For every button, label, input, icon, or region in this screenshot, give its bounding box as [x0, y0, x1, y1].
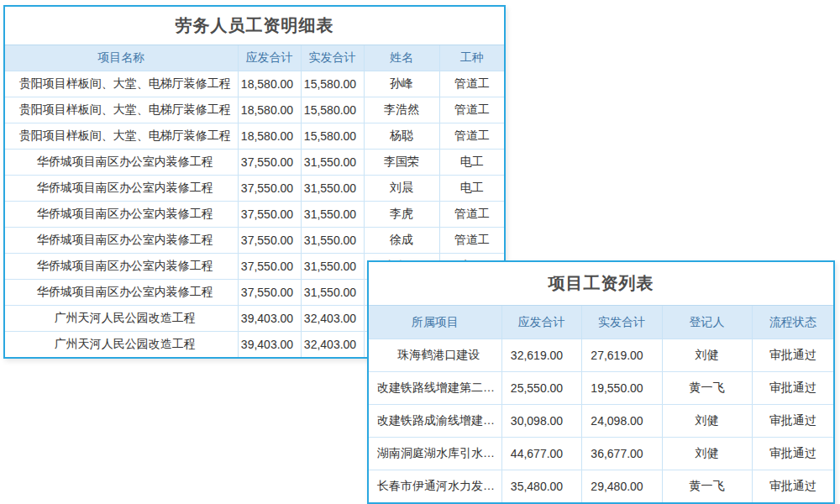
- payable-total-cell: 32,619.00: [501, 339, 581, 372]
- actual-total-cell: 29,480.00: [581, 470, 662, 503]
- project-link[interactable]: 广州天河人民公园改造工程: [5, 332, 238, 358]
- column-header: 实发合计: [301, 45, 364, 71]
- job-type-cell: 电工: [439, 150, 504, 176]
- column-header: 姓名: [364, 45, 439, 71]
- job-type-cell: 电工: [439, 176, 504, 202]
- table-row: 改建铁路线增建第二线...25,550.0019,550.00黄一飞审批通过: [369, 372, 833, 405]
- actual-total-cell: 31,550.00: [301, 254, 364, 280]
- actual-total-cell: 19,550.00: [581, 372, 662, 405]
- job-type-cell: 管道工: [439, 123, 504, 150]
- payable-total-cell: 30,098.00: [501, 405, 581, 438]
- project-link[interactable]: 华侨城项目南区办公室内装修工程: [5, 202, 238, 228]
- payable-total-cell: 25,550.00: [501, 372, 581, 405]
- actual-total-cell: 15,580.00: [301, 97, 364, 123]
- project-link[interactable]: 贵阳项目样板间、大堂、电梯厅装修工程: [5, 97, 238, 123]
- payable-total-cell: 37,550.00: [238, 150, 301, 176]
- project-link[interactable]: 广州天河人民公园改造工程: [5, 306, 238, 332]
- registrant-link[interactable]: 黄一飞: [662, 372, 752, 405]
- actual-total-cell: 15,580.00: [301, 123, 364, 150]
- payable-total-cell: 18,580.00: [238, 123, 301, 150]
- project-link[interactable]: 珠海鹤港口建设: [369, 339, 501, 372]
- table-row: 华侨城项目南区办公室内装修工程37,550.0031,550.00李虎管道工: [5, 202, 504, 228]
- actual-total-cell: 32,403.00: [301, 332, 364, 358]
- payable-total-cell: 44,677.00: [501, 438, 581, 470]
- payable-total-cell: 35,480.00: [501, 470, 581, 503]
- registrant-link[interactable]: 黄一飞: [662, 470, 752, 503]
- table-row: 改建铁路成渝线增建第...30,098.0024,098.00刘健审批通过: [369, 405, 833, 438]
- status-cell: 审批通过: [752, 372, 833, 405]
- table-row: 贵阳项目样板间、大堂、电梯厅装修工程18,580.0015,580.00孙峰管道…: [5, 71, 504, 97]
- table-row: 湖南洞庭湖水库引水工...44,677.0036,677.00刘健审批通过: [369, 438, 833, 470]
- table-row: 珠海鹤港口建设32,619.0027,619.00刘健审批通过: [369, 339, 833, 372]
- name-cell: 刘晨: [364, 176, 439, 202]
- project-link[interactable]: 华侨城项目南区办公室内装修工程: [5, 280, 238, 306]
- registrant-link[interactable]: 刘健: [662, 339, 752, 372]
- column-header: 登记人: [662, 306, 752, 339]
- project-link[interactable]: 贵阳项目样板间、大堂、电梯厅装修工程: [5, 123, 238, 150]
- header-row: 项目名称应发合计实发合计姓名工种: [5, 45, 504, 71]
- payable-total-cell: 37,550.00: [238, 202, 301, 228]
- header-row: 所属项目应发合计实发合计登记人流程状态: [369, 306, 833, 339]
- actual-total-cell: 32,403.00: [301, 306, 364, 332]
- column-header: 实发合计: [581, 306, 662, 339]
- job-type-cell: 管道工: [439, 228, 504, 254]
- status-cell: 审批通过: [752, 470, 833, 503]
- payable-total-cell: 37,550.00: [238, 176, 301, 202]
- payable-total-cell: 18,580.00: [238, 71, 301, 97]
- actual-total-cell: 36,677.00: [581, 438, 662, 470]
- actual-total-cell: 31,550.00: [301, 228, 364, 254]
- column-header: 所属项目: [369, 306, 501, 339]
- table-row: 华侨城项目南区办公室内装修工程37,550.0031,550.00刘晨电工: [5, 176, 504, 202]
- payable-total-cell: 37,550.00: [238, 280, 301, 306]
- table-row: 华侨城项目南区办公室内装修工程37,550.0031,550.00徐成管道工: [5, 228, 504, 254]
- table-row: 长春市伊通河水力发电...35,480.0029,480.00黄一飞审批通过: [369, 470, 833, 503]
- actual-total-cell: 31,550.00: [301, 150, 364, 176]
- column-header: 应发合计: [238, 45, 301, 71]
- column-header: 项目名称: [5, 45, 238, 71]
- project-salary-list-title: 项目工资列表: [369, 262, 833, 305]
- actual-total-cell: 31,550.00: [301, 202, 364, 228]
- actual-total-cell: 15,580.00: [301, 71, 364, 97]
- name-cell: 李虎: [364, 202, 439, 228]
- project-link[interactable]: 贵阳项目样板间、大堂、电梯厅装修工程: [5, 71, 238, 97]
- payable-total-cell: 18,580.00: [238, 97, 301, 123]
- job-type-cell: 管道工: [439, 97, 504, 123]
- column-header: 应发合计: [501, 306, 581, 339]
- job-type-cell: 管道工: [439, 202, 504, 228]
- project-link[interactable]: 改建铁路线增建第二线...: [369, 372, 501, 405]
- payable-total-cell: 39,403.00: [238, 332, 301, 358]
- project-link[interactable]: 长春市伊通河水力发电...: [369, 470, 501, 503]
- status-cell: 审批通过: [752, 438, 833, 470]
- name-cell: 徐成: [364, 228, 439, 254]
- project-link[interactable]: 华侨城项目南区办公室内装修工程: [5, 150, 238, 176]
- status-cell: 审批通过: [752, 405, 833, 438]
- project-salary-list-grid: 所属项目应发合计实发合计登记人流程状态 珠海鹤港口建设32,619.0027,6…: [369, 305, 833, 502]
- actual-total-cell: 27,619.00: [581, 339, 662, 372]
- project-link[interactable]: 华侨城项目南区办公室内装修工程: [5, 176, 238, 202]
- registrant-link[interactable]: 刘健: [662, 438, 752, 470]
- project-link[interactable]: 华侨城项目南区办公室内装修工程: [5, 228, 238, 254]
- project-salary-list-table: 项目工资列表 所属项目应发合计实发合计登记人流程状态 珠海鹤港口建设32,619…: [367, 260, 835, 504]
- actual-total-cell: 24,098.00: [581, 405, 662, 438]
- name-cell: 李国荣: [364, 150, 439, 176]
- actual-total-cell: 31,550.00: [301, 176, 364, 202]
- name-cell: 李浩然: [364, 97, 439, 123]
- status-cell: 审批通过: [752, 339, 833, 372]
- page: 劳务人员工资明细表 项目名称应发合计实发合计姓名工种 贵阳项目样板间、大堂、电梯…: [0, 0, 840, 504]
- labor-salary-detail-title: 劳务人员工资明细表: [5, 7, 504, 45]
- table-row: 贵阳项目样板间、大堂、电梯厅装修工程18,580.0015,580.00李浩然管…: [5, 97, 504, 123]
- name-cell: 杨聪: [364, 123, 439, 150]
- project-link[interactable]: 改建铁路成渝线增建第...: [369, 405, 501, 438]
- registrant-link[interactable]: 刘健: [662, 405, 752, 438]
- payable-total-cell: 39,403.00: [238, 306, 301, 332]
- table-row: 贵阳项目样板间、大堂、电梯厅装修工程18,580.0015,580.00杨聪管道…: [5, 123, 504, 150]
- column-header: 工种: [439, 45, 504, 71]
- column-header: 流程状态: [752, 306, 833, 339]
- job-type-cell: 管道工: [439, 71, 504, 97]
- name-cell: 孙峰: [364, 71, 439, 97]
- actual-total-cell: 31,550.00: [301, 280, 364, 306]
- project-link[interactable]: 湖南洞庭湖水库引水工...: [369, 438, 501, 470]
- payable-total-cell: 37,550.00: [238, 228, 301, 254]
- project-link[interactable]: 华侨城项目南区办公室内装修工程: [5, 254, 238, 280]
- table-row: 华侨城项目南区办公室内装修工程37,550.0031,550.00李国荣电工: [5, 150, 504, 176]
